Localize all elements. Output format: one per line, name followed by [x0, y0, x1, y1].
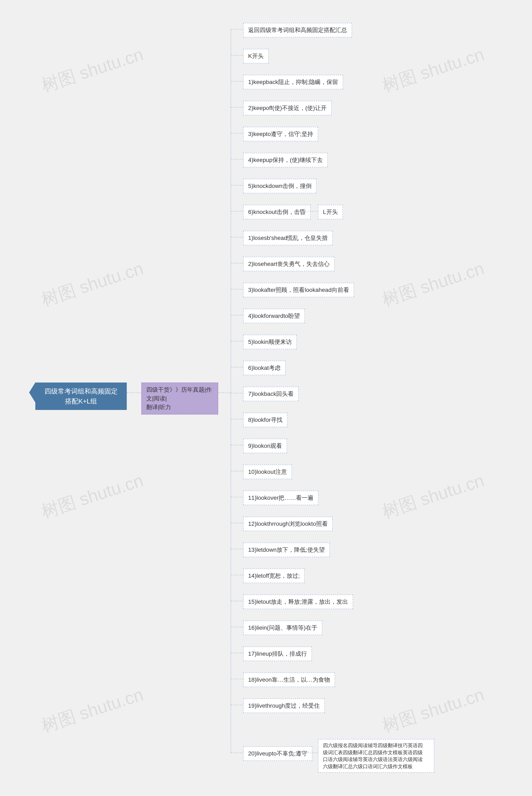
watermark: 树图 shutu.cn: [379, 257, 487, 312]
leaf-label: 9)lookon观看: [248, 442, 282, 449]
connector: [231, 679, 243, 679]
connector: [231, 107, 243, 108]
watermark: 树图 shutu.cn: [379, 683, 487, 738]
leaf-15[interactable]: 8)lookfor寻找: [243, 413, 287, 427]
leaf-19[interactable]: 12)lookthrrough浏览lookto照看: [243, 517, 333, 531]
leaf-12[interactable]: 5)lookin顺便来访: [243, 335, 297, 349]
leaf-23[interactable]: 16)liein(问题、事情等)在于: [243, 621, 322, 635]
connector: [231, 237, 243, 238]
mindmap-canvas: { "watermark_text": "树图 shutu.cn", "root…: [0, 0, 532, 796]
connector: [308, 753, 318, 753]
watermark: 树图 shutu.cn: [38, 42, 146, 98]
leaf-13[interactable]: 6)lookat考虑: [243, 361, 286, 375]
leaf-label: 14)letoff宽恕，放过;: [248, 572, 300, 579]
leaf-label: 15)letout放走，释放;泄露，放出，发出: [248, 599, 348, 605]
connector: [231, 341, 243, 341]
watermark: 树图 shutu.cn: [38, 469, 146, 524]
leaf-26[interactable]: 19)livethrough度过，经受住: [243, 699, 325, 713]
leaf-label: 1)keepback阻止，抑制;隐瞒，保留: [248, 79, 338, 85]
leaf-label: 12)lookthrrough浏览lookto照看: [248, 520, 328, 527]
root-title-line2: 搭配K+L组: [65, 397, 97, 405]
leaf-16[interactable]: 9)lookon观看: [243, 439, 287, 453]
sub-label-line1: 四级干货》》历年真题|作文|阅读|: [146, 386, 212, 402]
connector: [231, 185, 243, 186]
leaf-3[interactable]: 2)keepoff(使)不接近，(使)让开: [243, 101, 332, 115]
leaf-label: 3)lookafter照顾，照看lookahead向前看: [248, 287, 349, 293]
leaf-label: 2)keepoff(使)不接近，(使)让开: [248, 105, 327, 111]
leaf-label: 11)lookover把……看一遍: [248, 495, 314, 501]
connector: [231, 29, 243, 30]
connector: [127, 393, 141, 393]
leaf-11[interactable]: 4)lookforwardto盼望: [243, 309, 305, 323]
connector: [231, 627, 243, 627]
leaf-22[interactable]: 15)letout放走，释放;泄露，放出，发出: [243, 594, 353, 609]
connector: [218, 393, 231, 393]
leaf-18[interactable]: 11)lookover把……看一遍: [243, 491, 318, 505]
leaf-2[interactable]: 1)keepback阻止，抑制;隐瞒，保留: [243, 75, 343, 89]
connector: [231, 55, 243, 56]
connector: [231, 497, 243, 497]
leaf-label: 16)liein(问题、事情等)在于: [248, 625, 317, 631]
connector: [308, 211, 318, 211]
leaf-27[interactable]: 20)liveupto不辜负;遵守: [243, 746, 312, 761]
leaf-25[interactable]: 18)liveon靠…生活，以…为食物: [243, 672, 335, 687]
leaf-label: 1)losesb'shead慌乱，仓皇失措: [248, 235, 328, 241]
leaf-5[interactable]: 4)keepup保持，(使)继续下去: [243, 153, 328, 167]
leaf-17[interactable]: 10)lookout注意: [243, 465, 292, 479]
root-node[interactable]: 四级常考词组和高频固定 搭配K+L组: [35, 382, 127, 410]
leaf-label: 4)keepup保持，(使)继续下去: [248, 157, 323, 163]
leaf-label: 6)knockout击倒，击昏: [248, 209, 306, 215]
connector: [231, 263, 243, 263]
footnote-line1: 四六级报名四级阅读辅导四级翻译技巧英语四: [323, 743, 423, 748]
watermark: 树图 shutu.cn: [379, 42, 487, 98]
watermark: 树图 shutu.cn: [379, 469, 487, 524]
leaf-4[interactable]: 3)keepto遵守，信守;坚持: [243, 127, 318, 141]
leaf-label: 5)lookin顺便来访: [248, 339, 292, 345]
leaf-6[interactable]: 5)knockdown击倒，撞倒: [243, 179, 317, 193]
leaf-label: 2)loseheart丧失勇气，失去信心: [248, 261, 329, 267]
connector: [231, 471, 243, 471]
leaf-21[interactable]: 14)letoff宽恕，放过;: [243, 569, 305, 583]
connector: [231, 159, 243, 159]
leaf-7-child[interactable]: L开头: [318, 205, 343, 219]
connector: [231, 289, 243, 289]
leaf-10[interactable]: 3)lookafter照顾，照看lookahead向前看: [243, 283, 354, 297]
leaf-label: 19)livethrough度过，经受住: [248, 702, 320, 709]
connector: [231, 445, 243, 445]
leaf-label: 13)letdown放下，降低;使失望: [248, 547, 325, 553]
leaf-label: 8)lookfor寻找: [248, 417, 282, 423]
sub-label-line2: 翻译|听力: [146, 404, 171, 410]
connector: [231, 653, 243, 653]
connector: [231, 315, 243, 315]
leaf-0[interactable]: 返回四级常考词组和高频固定搭配汇总: [243, 23, 352, 37]
connector: [231, 601, 243, 601]
root-title-line1: 四级常考词组和高频固定: [44, 387, 118, 395]
leaf-label: 5)knockdown击倒，撞倒: [248, 183, 311, 189]
leaf-20[interactable]: 13)letdown放下，降低;使失望: [243, 543, 330, 557]
connector: [231, 575, 243, 575]
leaf-8[interactable]: 1)losesb'shead慌乱，仓皇失措: [243, 231, 333, 245]
connector: [231, 419, 243, 419]
connector: [231, 549, 243, 549]
leaf-label: 20)liveupto不辜负;遵守: [248, 750, 307, 757]
leaf-side-label: L开头: [323, 209, 338, 215]
watermark: 树图 shutu.cn: [38, 683, 146, 738]
leaf-label: 6)lookat考虑: [248, 365, 281, 371]
sub-node[interactable]: 四级干货》》历年真题|作文|阅读| 翻译|听力: [141, 382, 218, 415]
leaf-9[interactable]: 2)loseheart丧失勇气，失去信心: [243, 257, 335, 271]
leaf-label: 返回四级常考词组和高频固定搭配汇总: [248, 27, 347, 33]
leaf-1[interactable]: K开头: [243, 49, 269, 63]
watermark: 树图 shutu.cn: [38, 257, 146, 312]
footnote-line2: 级词汇表四级翻译汇总四级作文模板英语四级: [323, 750, 423, 755]
footnote-node[interactable]: 四六级报名四级阅读辅导四级翻译技巧英语四 级词汇表四级翻译汇总四级作文模板英语四…: [318, 739, 434, 773]
footnote-line4: 六级翻译汇总六级口语词汇六级作文模板: [323, 763, 413, 769]
leaf-14[interactable]: 7)lookback回头看: [243, 387, 299, 401]
leaf-label: 17)lineup排队，排成行: [248, 650, 307, 657]
leaf-label: 10)lookout注意: [248, 469, 287, 475]
leaf-label: 3)keepto遵守，信守;坚持: [248, 131, 313, 137]
connector: [231, 367, 243, 367]
leaf-7[interactable]: 6)knockout击倒，击昏: [243, 205, 311, 219]
leaf-24[interactable]: 17)lineup排队，排成行: [243, 646, 312, 661]
connector: [231, 133, 243, 133]
footnote-line3: 口语六级阅读辅导英语六级语法英语六级阅读: [323, 757, 423, 762]
